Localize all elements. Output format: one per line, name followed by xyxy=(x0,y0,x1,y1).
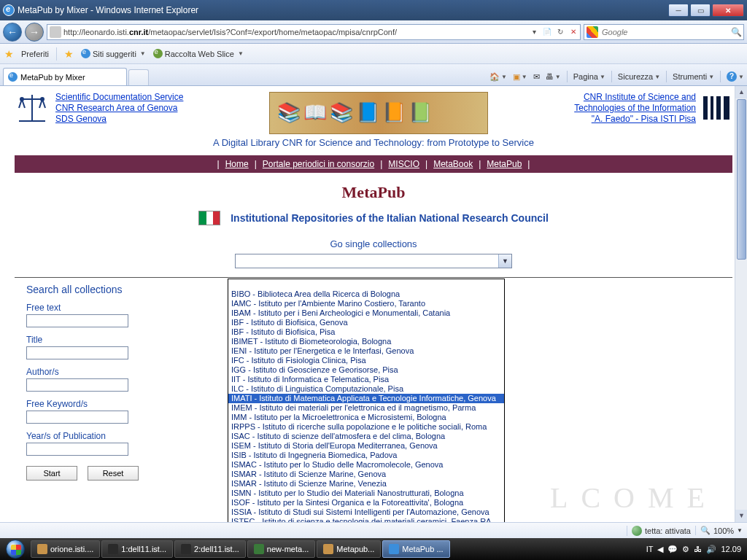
minimize-button[interactable]: ─ xyxy=(668,4,689,17)
nav-metapub[interactable]: MetaPub xyxy=(487,159,522,169)
vertical-scrollbar[interactable]: ▲ ▼ xyxy=(735,86,747,522)
input-keywords[interactable] xyxy=(26,411,128,424)
tab-active[interactable]: MetaPub by Mixer xyxy=(3,68,127,85)
dropdown-option[interactable]: ISOF - Istituto per la Sintesi Organica … xyxy=(228,498,504,508)
collection-dropdown-list[interactable]: BIBO - Biblioteca Area della Ricerca di … xyxy=(228,279,505,522)
stop-icon[interactable]: ✕ xyxy=(567,26,580,39)
browser-search-input[interactable] xyxy=(600,28,729,36)
maximize-button[interactable]: ▭ xyxy=(690,4,711,17)
web-slice[interactable]: Raccolta Web Slice▼ xyxy=(153,49,244,58)
dropdown-option[interactable]: IENI - Istituto per l'Energetica e le In… xyxy=(228,346,504,356)
suggested-sites[interactable]: Siti suggeriti▼ xyxy=(81,49,146,58)
forward-button[interactable]: → xyxy=(25,23,44,42)
tools-menu[interactable]: Strumenti▼ xyxy=(673,72,714,81)
svg-rect-11 xyxy=(716,96,721,120)
input-free-text[interactable] xyxy=(26,314,128,327)
collection-select[interactable]: ▼ xyxy=(235,254,512,268)
dropdown-option[interactable]: ISIB - Istituto di Ingegneria Biomedica,… xyxy=(228,451,504,460)
dropdown-option[interactable]: ISMAC - Istituto per lo Studio delle Mac… xyxy=(228,460,504,470)
institutional-heading: Institutional Repositories of the Italia… xyxy=(231,212,549,224)
dropdown-option[interactable]: IFC - Istituto di Fisiologia Clinica, Pi… xyxy=(228,356,504,365)
mail-button[interactable]: ✉ xyxy=(533,72,540,82)
hdr-link[interactable]: "A. Faedo" - Pisa ISTI Pisa xyxy=(574,114,696,125)
hdr-link[interactable]: CNR Institute of Science and xyxy=(574,92,696,103)
feeds-button[interactable]: ▣▼ xyxy=(513,72,527,82)
hdr-link[interactable]: SDS Genova xyxy=(55,114,183,125)
svg-rect-12 xyxy=(724,96,729,120)
dropdown-option[interactable]: IRPPS - Istituto di ricerche sulla popol… xyxy=(228,422,504,432)
dropdown-option[interactable]: IMEM - Istituto dei materiali per l'elet… xyxy=(228,403,504,413)
reset-button[interactable]: Reset xyxy=(88,466,139,481)
dropdown-option[interactable]: ILC - Istituto di Linguistica Computazio… xyxy=(228,384,504,394)
nav-metabook[interactable]: MetaBook xyxy=(433,159,473,169)
tray-volume-icon[interactable]: 🔊 xyxy=(706,545,716,554)
dropdown-option[interactable]: IIT - Istituto di Informatica e Telemati… xyxy=(228,375,504,384)
scroll-up-icon[interactable]: ▲ xyxy=(735,86,747,98)
favorites-star-icon[interactable]: ★ xyxy=(4,48,14,60)
dropdown-option[interactable]: IGG - Istituto di Geoscienze e Georisors… xyxy=(228,365,504,375)
dropdown-option[interactable]: BIBO - Biblioteca Area della Ricerca di … xyxy=(228,289,504,299)
tray-lang[interactable]: IT xyxy=(646,545,654,553)
print-button[interactable]: 🖶▼ xyxy=(546,72,561,81)
start-button[interactable]: Start xyxy=(26,466,77,481)
compat-view-icon[interactable]: 📄 xyxy=(541,26,554,39)
home-button[interactable]: 🏠▼ xyxy=(489,72,507,82)
input-authors[interactable] xyxy=(26,378,128,392)
add-favorite-icon[interactable]: ★ xyxy=(64,48,74,60)
tray-clock[interactable]: 12.09 xyxy=(721,545,741,553)
hdr-link[interactable]: Technologies of the Information xyxy=(574,103,696,114)
page-menu[interactable]: Pagina▼ xyxy=(573,72,605,81)
dropdown-option[interactable]: ISEM - Istituto di Storia dell'Europa Me… xyxy=(228,441,504,451)
italy-flag-icon xyxy=(198,211,220,225)
taskbar-item[interactable]: 1:dell11.ist... xyxy=(101,540,173,558)
scroll-down-icon[interactable]: ▼ xyxy=(735,510,747,522)
dropdown-option[interactable]: IBIMET - Istituto di Biometeorologia, Bo… xyxy=(228,337,504,346)
tray-network-icon[interactable]: 🖧 xyxy=(694,545,702,553)
dropdown-option[interactable] xyxy=(228,280,504,289)
input-year[interactable] xyxy=(26,443,128,456)
tray-icon[interactable]: 💬 xyxy=(667,545,678,554)
dropdown-option[interactable]: IMM - Istituto per la Microelettronica e… xyxy=(228,413,504,422)
new-tab-button[interactable] xyxy=(128,69,149,85)
dropdown-option[interactable]: ISSIA - Istituto di Studi sui Sistemi In… xyxy=(228,508,504,517)
address-dropdown-icon[interactable]: ▾ xyxy=(527,26,541,39)
input-title[interactable] xyxy=(26,346,128,359)
help-button[interactable]: ?▼ xyxy=(727,71,744,82)
system-tray[interactable]: IT ◀ 💬 ⚙ 🖧 🔊 12.09 xyxy=(646,545,746,554)
dropdown-option[interactable]: ISMAR - Istituto di Scienze Marine, Vene… xyxy=(228,479,504,489)
taskbar-item-active[interactable]: MetaPub ... xyxy=(382,540,449,558)
tray-chevron-icon[interactable]: ◀ xyxy=(657,545,663,554)
taskbar-item[interactable]: new-meta... xyxy=(247,540,315,558)
hdr-link[interactable]: Scientific Documentation Service xyxy=(55,92,183,103)
dropdown-option[interactable]: IBF - Istituto di Biofisica, Pisa xyxy=(228,327,504,337)
chevron-down-icon[interactable]: ▼ xyxy=(498,254,511,268)
status-zoom[interactable]: 🔍 100% ▼ xyxy=(695,526,743,535)
taskbar-item[interactable]: orione.isti.... xyxy=(31,540,100,558)
dropdown-option[interactable]: IBF - Istituto di Biofisica, Genova xyxy=(228,318,504,327)
scroll-thumb[interactable] xyxy=(737,99,746,260)
search-icon[interactable]: 🔍 xyxy=(729,27,743,37)
dropdown-option[interactable]: IBAM - Istituto per i Beni Archeologici … xyxy=(228,308,504,318)
dropdown-option[interactable]: IMATI - Istituto di Matematica Applicata… xyxy=(228,394,504,403)
favorites-label[interactable]: Preferiti xyxy=(21,50,49,58)
browser-search[interactable]: 🔍 xyxy=(584,24,744,40)
hdr-link[interactable]: CNR Research Area of Genova xyxy=(55,103,183,114)
dropdown-option[interactable]: IAMC - Istituto per l'Ambiente Marino Co… xyxy=(228,299,504,308)
dropdown-option[interactable]: ISMN - Istituto per lo Studio dei Materi… xyxy=(228,489,504,498)
nav-home[interactable]: Home xyxy=(225,159,249,169)
nav-miscio[interactable]: MISCIO xyxy=(388,159,419,169)
refresh-icon[interactable]: ↻ xyxy=(554,26,567,39)
address-bar[interactable]: http://leonardo.isti.cnr.it/metaopac/ser… xyxy=(47,24,581,40)
nav-portale[interactable]: Portale periodici in consorzio xyxy=(263,159,374,169)
tray-icon[interactable]: ⚙ xyxy=(682,545,689,554)
isti-logo xyxy=(700,92,732,124)
taskbar-item[interactable]: Metapub... xyxy=(317,540,381,558)
dropdown-option[interactable]: ISMAR - Istituto di Scienze Marine, Geno… xyxy=(228,470,504,479)
dropdown-option[interactable]: ISAC - Istituto di scienze dell'atmosfer… xyxy=(228,432,504,441)
start-button[interactable] xyxy=(1,538,29,560)
security-menu[interactable]: Sicurezza▼ xyxy=(618,72,660,81)
dropdown-option[interactable]: ISTEC - Istituto di scienza e tecnologia… xyxy=(228,517,504,522)
close-button[interactable]: ✕ xyxy=(712,4,744,17)
taskbar-item[interactable]: 2:dell11.ist... xyxy=(174,540,246,558)
back-button[interactable]: ← xyxy=(3,23,22,42)
